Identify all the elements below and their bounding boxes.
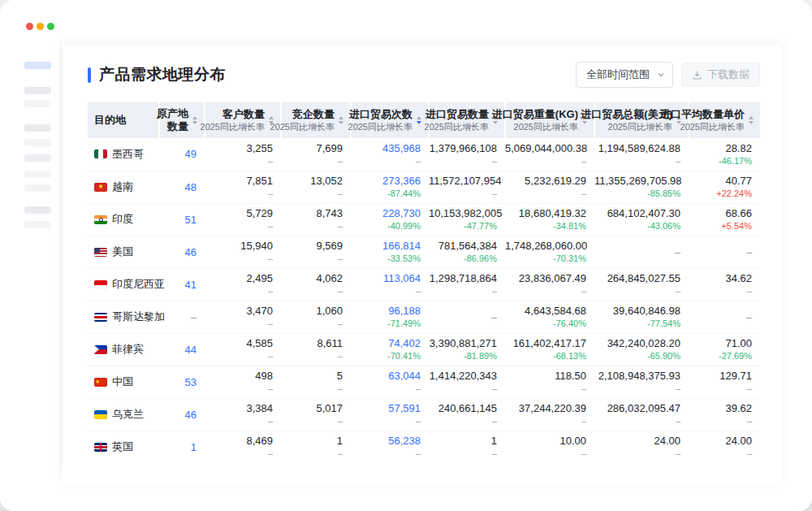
sidebar-skeleton-item[interactable] bbox=[24, 87, 51, 94]
cell-value: 5,017 bbox=[281, 401, 343, 415]
value-link[interactable]: 63,044 bbox=[351, 369, 421, 383]
value-link[interactable]: 96,188 bbox=[351, 304, 421, 318]
column-subtitle: 2025同比增长率 bbox=[348, 121, 412, 132]
change-value: – bbox=[205, 285, 273, 297]
cell-value: 11,355,269,705.98 bbox=[594, 174, 680, 188]
flag-icon-cr bbox=[94, 313, 107, 322]
table-cell: 24.00– bbox=[594, 431, 689, 463]
destination-cell: 墨西哥 bbox=[88, 138, 159, 171]
table-cell: 8,611– bbox=[281, 333, 351, 366]
change-value: -71.49% bbox=[351, 318, 421, 330]
cell-value: 24.00 bbox=[594, 434, 680, 448]
destination-label: 美国 bbox=[112, 245, 133, 259]
time-range-select[interactable]: 全部时间范围 bbox=[576, 62, 673, 88]
change-value: – bbox=[205, 188, 273, 200]
value-link[interactable]: 57,591 bbox=[351, 401, 421, 415]
cell-value: 2,108,948,375.93 bbox=[594, 369, 680, 383]
value-link[interactable]: 53 bbox=[159, 375, 197, 389]
value-link[interactable]: 56,238 bbox=[351, 434, 421, 448]
value-link[interactable]: 44 bbox=[159, 343, 197, 357]
table-cell: 4,643,584.68-76.40% bbox=[505, 301, 594, 333]
column-title: 进口贸易总额(美元) bbox=[581, 108, 672, 121]
cell-value: 8,743 bbox=[281, 206, 343, 220]
value-link[interactable]: 51 bbox=[159, 213, 197, 227]
sort-caret-icon[interactable] bbox=[192, 116, 197, 124]
download-data-button[interactable]: 下载数据 bbox=[681, 63, 760, 87]
table-cell: 18,680,419.32-34.81% bbox=[505, 203, 594, 236]
sidebar-skeleton-item[interactable] bbox=[24, 139, 51, 146]
destination-cell: 英国 bbox=[88, 431, 159, 463]
sort-caret-icon[interactable] bbox=[417, 116, 421, 124]
minimize-window-button[interactable] bbox=[37, 23, 44, 30]
value-link[interactable]: 1 bbox=[159, 440, 197, 454]
change-value: – bbox=[351, 155, 421, 167]
table-cell: 1– bbox=[281, 431, 351, 463]
chevron-down-icon bbox=[658, 71, 664, 78]
cell-value: 2,495 bbox=[205, 271, 273, 285]
maximize-window-button[interactable] bbox=[47, 23, 54, 30]
title-accent-bar bbox=[88, 67, 91, 83]
change-value: – bbox=[205, 350, 273, 362]
cell-value: 3,384 bbox=[205, 401, 273, 415]
change-value: – bbox=[281, 415, 343, 427]
column-subtitle: 2025同比增长率 bbox=[581, 121, 672, 132]
column-header-1[interactable]: 原产地数量 bbox=[159, 102, 205, 138]
sort-caret-icon[interactable] bbox=[749, 116, 754, 124]
change-value: – bbox=[594, 155, 680, 167]
value-link[interactable]: 46 bbox=[159, 408, 197, 422]
change-value: – bbox=[505, 155, 586, 167]
change-value: – bbox=[281, 155, 343, 167]
change-value: – bbox=[505, 383, 586, 395]
value-link[interactable]: 49 bbox=[159, 147, 197, 161]
window-titlebar bbox=[0, 0, 812, 41]
column-header-8[interactable]: 进口平均数量单价2025同比增长率 bbox=[689, 102, 760, 138]
column-title: 竞企数量 bbox=[270, 108, 335, 121]
table-cell: 161,402,417.17-68.13% bbox=[505, 333, 594, 366]
destination-cell: 中国 bbox=[88, 366, 159, 398]
sidebar-skeleton-item[interactable] bbox=[24, 171, 51, 178]
cell-value: 28.82 bbox=[689, 141, 752, 155]
sidebar-skeleton-item[interactable] bbox=[24, 100, 51, 107]
value-link[interactable]: 48 bbox=[159, 180, 197, 194]
table-cell: 1,414,220,343– bbox=[429, 366, 505, 398]
value-link[interactable]: 166,814 bbox=[351, 239, 421, 253]
close-window-button[interactable] bbox=[26, 23, 33, 30]
cell-value: 39.62 bbox=[689, 401, 752, 415]
cell-value: 23,836,067.49 bbox=[505, 271, 586, 285]
sidebar-skeleton-item[interactable] bbox=[24, 124, 51, 132]
sort-caret-icon[interactable] bbox=[339, 116, 343, 124]
table-cell: 3,384– bbox=[205, 398, 281, 431]
table-header-row: 目的地原产地数量客户数量2025同比增长率竞企数量2025同比增长率进口贸易次数… bbox=[88, 102, 760, 138]
value-link[interactable]: 113,064 bbox=[351, 271, 421, 285]
sidebar-skeleton-item[interactable] bbox=[24, 221, 51, 228]
download-label: 下载数据 bbox=[707, 67, 749, 82]
change-value: – bbox=[594, 285, 680, 297]
column-title: 目的地 bbox=[94, 114, 126, 127]
column-header-4[interactable]: 进口贸易次数2025同比增长率 bbox=[351, 102, 429, 138]
sidebar-item-active[interactable] bbox=[24, 62, 51, 69]
value-link[interactable]: 74,402 bbox=[351, 336, 421, 350]
value-link[interactable]: 273,366 bbox=[351, 174, 421, 188]
table-cell: 4,062– bbox=[281, 268, 351, 301]
cell-value: 9,569 bbox=[281, 239, 343, 253]
value-link[interactable]: 435,968 bbox=[351, 141, 421, 155]
table-row: 美国4615,940–9,569–166,814-33.53%781,564,3… bbox=[88, 236, 760, 268]
change-value: – bbox=[281, 285, 343, 297]
table-cell: 10,153,982,005-47.77% bbox=[429, 203, 505, 236]
sidebar-skeleton-item[interactable] bbox=[24, 154, 51, 162]
change-value: – bbox=[689, 383, 752, 395]
flag-icon-us bbox=[94, 248, 107, 257]
sidebar-skeleton-item[interactable] bbox=[24, 184, 51, 192]
value-link[interactable]: 46 bbox=[159, 245, 197, 259]
sidebar-skeleton-item[interactable] bbox=[24, 206, 51, 214]
cell-value: 3,255 bbox=[205, 141, 273, 155]
change-value: -86.96% bbox=[429, 253, 497, 265]
flag-icon-ua bbox=[94, 410, 107, 419]
destination-label: 乌克兰 bbox=[112, 407, 144, 422]
cell-value: 4,643,584.68 bbox=[505, 304, 586, 318]
table-cell: 684,102,407.30-43.06% bbox=[594, 203, 689, 236]
change-value: – bbox=[281, 188, 343, 200]
column-header-3[interactable]: 竞企数量2025同比增长率 bbox=[281, 102, 351, 138]
change-value: -70.41% bbox=[351, 350, 421, 362]
value-link[interactable]: 228,730 bbox=[351, 206, 421, 220]
